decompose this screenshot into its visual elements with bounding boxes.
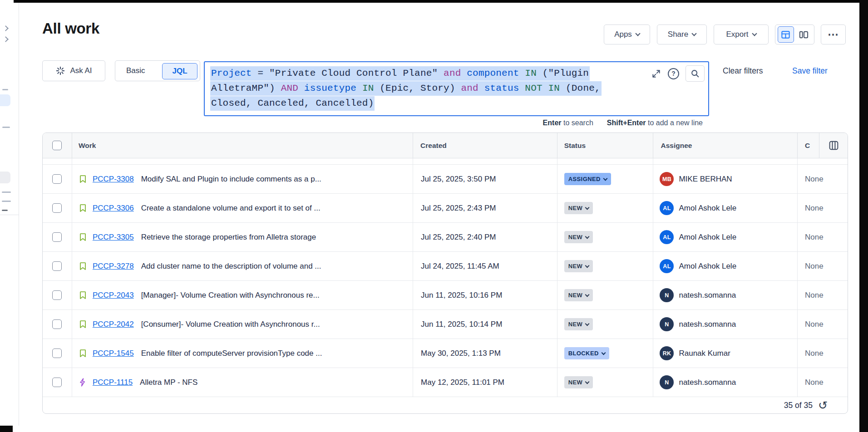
- column-header-extra[interactable]: C: [798, 133, 819, 158]
- work-cell: PCCP-2043[Manager]- Volume Creation with…: [72, 281, 413, 309]
- jql-token: Closed, Canceled, Cancelled): [211, 98, 374, 108]
- column-header-assignee[interactable]: Assignee: [653, 133, 798, 158]
- story-icon: [78, 261, 88, 271]
- row-checkbox[interactable]: [52, 261, 62, 271]
- issue-key-link[interactable]: PCCP-1115: [93, 378, 133, 387]
- work-cell: PCCP-3305Retrieve the storage properties…: [72, 223, 413, 251]
- status-cell: NEW: [557, 310, 654, 339]
- help-icon[interactable]: ?: [668, 68, 679, 79]
- jql-token: IN: [519, 68, 542, 79]
- status-label: NEW: [568, 234, 583, 241]
- sidebar-item[interactable]: [2, 201, 11, 202]
- sidebar-item[interactable]: [2, 191, 11, 193]
- sidebar-expand-icon[interactable]: [3, 25, 9, 31]
- row-checkbox[interactable]: [52, 319, 62, 329]
- chevron-down-icon: [752, 31, 757, 36]
- issue-key-link[interactable]: PCCP-3306: [93, 204, 134, 213]
- column-header-work[interactable]: Work: [72, 133, 413, 158]
- row-checkbox[interactable]: [52, 378, 62, 387]
- issue-key-link[interactable]: PCCP-2042: [93, 320, 134, 329]
- work-cell: PCCP-1545Enable filter of computeServer …: [72, 339, 413, 368]
- status-label: BLOCKED: [568, 350, 599, 357]
- row-select-cell: [43, 252, 72, 280]
- page-title: All work: [42, 20, 99, 37]
- status-label: NEW: [568, 263, 583, 270]
- hint-enter-key: Enter: [543, 119, 562, 127]
- sidebar-item-selected[interactable]: [0, 94, 10, 106]
- status-cell: NEW: [557, 252, 654, 280]
- story-icon: [78, 203, 88, 213]
- row-checkbox[interactable]: [52, 174, 62, 184]
- sidebar-item[interactable]: [2, 127, 10, 128]
- status-badge[interactable]: ASSIGNED: [564, 173, 611, 185]
- status-badge[interactable]: NEW: [564, 202, 593, 214]
- created-cell: Jun 11, 2025, 10:16 PM: [413, 281, 557, 309]
- sidebar-item-hover[interactable]: [0, 172, 10, 183]
- detail-view-button[interactable]: [796, 26, 812, 43]
- table-row: PCCP-2043[Manager]- Volume Creation with…: [43, 281, 848, 310]
- status-badge[interactable]: BLOCKED: [564, 347, 609, 359]
- work-cell: PCCP-1115Alletra MP - NFS: [72, 368, 413, 397]
- issue-key-link[interactable]: PCCP-1545: [93, 349, 134, 358]
- jql-editor[interactable]: Project = "Private Cloud Control Plane" …: [204, 61, 709, 116]
- sidebar-item[interactable]: [2, 89, 8, 90]
- issue-key-link[interactable]: PCCP-3278: [93, 262, 134, 271]
- expand-icon[interactable]: [651, 69, 661, 79]
- row-checkbox[interactable]: [52, 349, 62, 358]
- work-items-table: Work Created Status Assignee C PCCP-3308…: [42, 133, 848, 414]
- assignee-name: natesh.somanna: [679, 291, 736, 300]
- table-view-button[interactable]: [778, 26, 794, 43]
- ask-ai-label: Ask AI: [70, 66, 92, 75]
- created-cell: Jun 11, 2025, 10:14 PM: [413, 310, 557, 339]
- search-button[interactable]: [686, 65, 705, 82]
- status-badge[interactable]: NEW: [564, 231, 593, 243]
- assignee-name: Amol Ashok Lele: [679, 262, 736, 271]
- status-badge[interactable]: NEW: [564, 376, 593, 388]
- column-header-created[interactable]: Created: [413, 133, 557, 158]
- ask-ai-button[interactable]: Ask AI: [42, 60, 105, 81]
- assignee-name: MIKE BERHAN: [679, 175, 732, 184]
- refresh-icon[interactable]: ↺: [818, 401, 828, 410]
- columns-settings-icon[interactable]: [828, 140, 839, 151]
- share-button[interactable]: Share: [657, 25, 707, 44]
- jql-line: Project = "Private Cloud Control Plane" …: [210, 66, 602, 81]
- jql-token: (Done,: [566, 83, 601, 93]
- story-icon: [78, 349, 88, 358]
- status-badge[interactable]: NEW: [564, 318, 593, 330]
- row-checkbox[interactable]: [52, 290, 62, 300]
- story-icon: [78, 290, 88, 300]
- jql-token: status: [484, 83, 525, 93]
- issue-key-link[interactable]: PCCP-3308: [93, 175, 134, 184]
- status-badge[interactable]: NEW: [564, 260, 593, 272]
- mode-basic-button[interactable]: Basic: [126, 66, 145, 75]
- more-actions-button[interactable]: ⋯: [821, 25, 846, 44]
- export-button[interactable]: Export: [714, 25, 769, 44]
- row-checkbox[interactable]: [52, 203, 62, 213]
- jql-token: ("Plugin: [542, 68, 589, 79]
- apps-button[interactable]: Apps: [604, 25, 650, 44]
- clear-filters-button[interactable]: Clear filters: [723, 60, 763, 81]
- mode-jql-button[interactable]: JQL: [162, 63, 197, 79]
- extra-cell: None: [798, 194, 848, 222]
- assignee-name: Amol Ashok Lele: [679, 233, 736, 242]
- table-view-icon: [780, 29, 791, 40]
- chevron-down-icon: [585, 234, 590, 239]
- sidebar-item[interactable]: [2, 210, 8, 211]
- select-all-checkbox[interactable]: [52, 141, 62, 150]
- assignee-cell: ALAmol Ashok Lele: [653, 194, 798, 222]
- assignee-name: natesh.somanna: [679, 320, 736, 329]
- collapsed-sidebar: [0, 3, 19, 426]
- issue-key-link[interactable]: PCCP-3305: [93, 233, 134, 242]
- extra-cell: None: [798, 310, 848, 339]
- status-cell: ASSIGNED: [557, 165, 654, 193]
- sidebar-expand-icon[interactable]: [3, 36, 9, 42]
- avatar: N: [660, 375, 674, 389]
- column-header-status[interactable]: Status: [557, 133, 654, 158]
- row-checkbox[interactable]: [52, 232, 62, 242]
- row-select-cell: [43, 339, 72, 368]
- save-filter-button[interactable]: Save filter: [792, 60, 828, 81]
- status-badge[interactable]: NEW: [564, 289, 593, 301]
- issue-summary: [Manager]- Volume Creation with Asynchro…: [141, 291, 320, 300]
- issue-key-link[interactable]: PCCP-2043: [93, 291, 134, 300]
- screen-edge-bottom-left: [0, 426, 13, 432]
